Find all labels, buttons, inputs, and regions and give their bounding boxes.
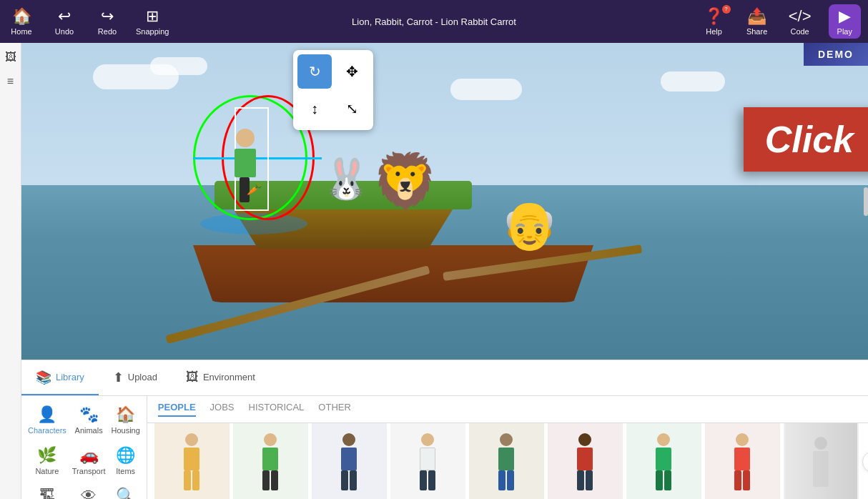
housing-icon: 🏠 xyxy=(116,405,135,424)
library-tabs: 📚 Library ⬆ Upload 🖼 Environment xyxy=(21,360,868,396)
code-label: Code xyxy=(790,27,809,36)
list-item[interactable] xyxy=(705,423,780,499)
help-icon: ❓ xyxy=(704,7,724,26)
sidebar-item-transport[interactable]: 🚗 Transport xyxy=(69,440,109,481)
list-item[interactable] xyxy=(312,423,387,499)
top-bar-right: ❓ Help 📤 Share </> Code ▶ Play xyxy=(700,4,861,39)
list-item[interactable] xyxy=(626,423,701,499)
lion-character: 🦁 xyxy=(372,150,439,213)
scale-tool-button[interactable]: ⤡ xyxy=(335,92,369,126)
share-label: Share xyxy=(746,27,767,36)
tab-historical[interactable]: HISTORICAL xyxy=(249,402,305,417)
move-tool-button[interactable]: ✥ xyxy=(335,54,369,89)
items-label: Items xyxy=(116,467,135,475)
old-man-character: 👴 xyxy=(500,198,558,252)
redo-label: Redo xyxy=(98,27,117,36)
category-panel: 👤 Characters 🐾 Animals 🏠 Housing 🌿 Natur… xyxy=(21,396,147,499)
left-sidebar: 🖼 ≡ xyxy=(0,43,21,499)
undo-label: Undo xyxy=(55,27,74,36)
library-tab[interactable]: 📚 Library xyxy=(21,360,99,395)
tab-jobs[interactable]: JOBS xyxy=(210,402,235,417)
list-icon: ≡ xyxy=(7,75,14,88)
snapping-label: Snapping xyxy=(136,27,169,36)
top-bar: 🏠 Home ↩ Undo ↪ Redo ⊞ Snapping Lion, Ra… xyxy=(0,0,868,43)
selection-bar-blue xyxy=(193,157,322,159)
list-item[interactable] xyxy=(784,423,859,499)
top-bar-left: 🏠 Home ↩ Undo ↪ Redo ⊞ Snapping xyxy=(7,7,169,36)
rabbit-character: 🐰 xyxy=(322,156,371,202)
search-icon: 🔍 xyxy=(116,487,135,499)
rotate-tool-button[interactable]: ↻ xyxy=(297,54,332,89)
home-button[interactable]: 🏠 Home xyxy=(7,7,36,36)
code-icon: </> xyxy=(789,7,812,26)
bottom-layout: 👤 Characters 🐾 Animals 🏠 Housing 🌿 Natur… xyxy=(21,396,868,499)
snapping-icon: ⊞ xyxy=(146,7,159,26)
list-item[interactable] xyxy=(154,423,230,499)
play-label: Play xyxy=(837,27,852,36)
list-item[interactable] xyxy=(233,423,308,499)
characters-label: Characters xyxy=(28,426,66,435)
play-icon: ▶ xyxy=(839,7,851,26)
character-grid: › xyxy=(147,423,868,499)
window-title: Lion, Rabbit, Carrot - Lion Rabbit Carro… xyxy=(352,16,516,27)
sidebar-item-nature[interactable]: 🌿 Nature xyxy=(25,440,69,481)
code-button[interactable]: </> Code xyxy=(786,7,814,36)
library-tab-icon: 📚 xyxy=(36,370,51,385)
items-icon: 🌐 xyxy=(116,446,135,465)
layers-button[interactable]: 🖼 xyxy=(2,49,19,66)
transport-label: Transport xyxy=(72,467,106,475)
list-item[interactable] xyxy=(390,423,465,499)
characters-icon: 👤 xyxy=(37,405,56,424)
ground-items: 🥕 xyxy=(247,181,262,197)
demo-badge-container: DEMO xyxy=(804,43,868,66)
transform-toolbar: ↻ ✥ ↕ ⤡ xyxy=(293,50,373,130)
undo-button[interactable]: ↩ Undo xyxy=(50,7,79,36)
tab-people[interactable]: PEOPLE xyxy=(158,402,196,417)
environment-tab[interactable]: 🖼 Environment xyxy=(172,360,270,395)
redo-icon: ↪ xyxy=(101,7,114,26)
main-area: 🖼 ≡ xyxy=(0,43,868,499)
share-button[interactable]: 📤 Share xyxy=(743,7,771,36)
help-button[interactable]: ❓ Help xyxy=(700,7,729,36)
animals-icon: 🐾 xyxy=(79,405,99,424)
content-area: PEOPLE JOBS HISTORICAL OTHER xyxy=(147,396,868,499)
play-button[interactable]: ▶ Play xyxy=(829,4,861,39)
home-label: Home xyxy=(11,27,31,36)
sidebar-item-special[interactable]: 👁 Special xyxy=(69,481,109,499)
viewport[interactable]: 🐰 🦁 👴 🥕 ↻ ✥ ↕ ⤡ Click xyxy=(21,43,868,360)
char-head xyxy=(236,129,255,147)
content-tabs: PEOPLE JOBS HISTORICAL OTHER xyxy=(147,396,868,423)
updown-tool-button[interactable]: ↕ xyxy=(297,92,332,126)
help-label: Help xyxy=(706,27,722,36)
upload-tab[interactable]: ⬆ Upload xyxy=(99,360,172,395)
layers-icon: 🖼 xyxy=(5,51,16,64)
sidebar-item-items[interactable]: 🌐 Items xyxy=(108,440,142,481)
library-tab-label: Library xyxy=(56,372,84,382)
special-icon: 👁 xyxy=(81,487,97,499)
sidebar-item-housing[interactable]: 🏠 Housing xyxy=(108,400,142,440)
boat-scene: 🐰 🦁 👴 🥕 xyxy=(136,43,672,302)
sidebar-item-characters[interactable]: 👤 Characters xyxy=(25,400,69,440)
share-icon: 📤 xyxy=(747,7,766,26)
list-item[interactable] xyxy=(469,423,544,499)
building-icon: 🏗 xyxy=(39,487,55,499)
nature-label: Nature xyxy=(35,467,59,475)
tab-other[interactable]: OTHER xyxy=(318,402,351,417)
sidebar-item-search[interactable]: 🔍 Search xyxy=(108,481,142,499)
environment-tab-label: Environment xyxy=(203,372,255,382)
list-button[interactable]: ≡ xyxy=(2,73,19,90)
list-item[interactable] xyxy=(548,423,623,499)
upload-tab-label: Upload xyxy=(128,372,157,382)
center-column: 🐰 🦁 👴 🥕 ↻ ✥ ↕ ⤡ Click xyxy=(21,43,868,499)
environment-tab-icon: 🖼 xyxy=(186,370,199,385)
next-button[interactable]: › xyxy=(862,451,868,473)
housing-label: Housing xyxy=(111,426,139,435)
undo-icon: ↩ xyxy=(58,7,71,26)
redo-button[interactable]: ↪ Redo xyxy=(93,7,122,36)
snapping-button[interactable]: ⊞ Snapping xyxy=(136,7,169,36)
animals-label: Animals xyxy=(75,426,103,435)
bottom-panel: 📚 Library ⬆ Upload 🖼 Environment 👤 xyxy=(21,360,868,499)
home-icon: 🏠 xyxy=(12,7,31,26)
sidebar-item-building[interactable]: 🏗 Building xyxy=(25,481,69,499)
sidebar-item-animals[interactable]: 🐾 Animals xyxy=(69,400,109,440)
